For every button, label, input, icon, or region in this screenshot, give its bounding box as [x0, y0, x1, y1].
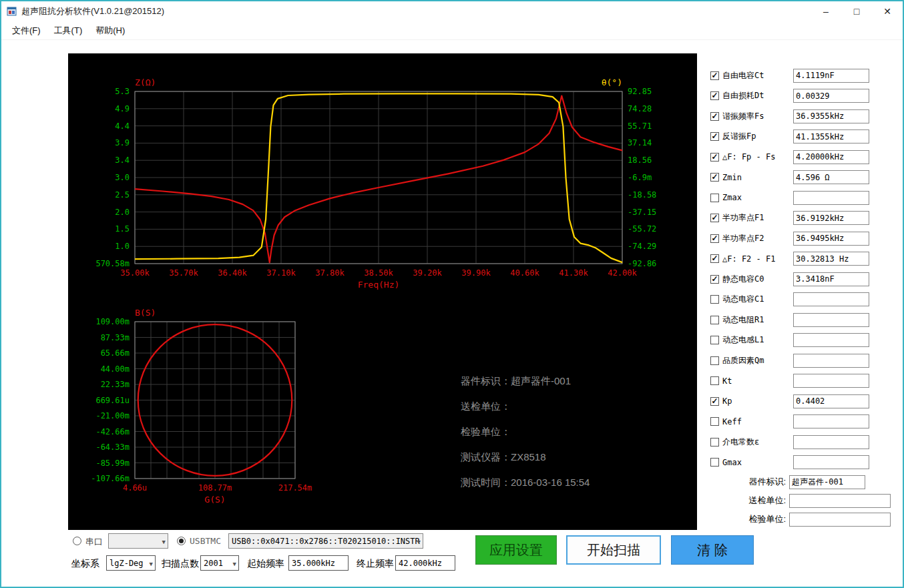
param-value-input[interactable] — [793, 69, 869, 83]
menu-item[interactable]: 帮助(H) — [89, 21, 132, 40]
param-checkbox[interactable]: ✓ — [710, 234, 719, 243]
identity-label: 检验单位: — [710, 513, 789, 525]
param-checkbox[interactable]: ✓ — [710, 112, 719, 121]
start-scan-button[interactable]: 开始扫描 — [566, 535, 661, 565]
param-label: Kt — [722, 376, 732, 386]
param-checkbox[interactable]: ✓ — [710, 275, 719, 284]
svg-text:-74.29: -74.29 — [628, 242, 656, 251]
close-button[interactable]: ✕ — [872, 1, 903, 21]
admittance-circle-chart: 109.00m87.33m65.66m44.00m22.33m669.61u-2… — [91, 308, 312, 505]
info-line: 器件标识：超声器件-001 — [461, 368, 590, 394]
param-value-input[interactable] — [793, 191, 869, 205]
param-checkbox[interactable] — [710, 194, 719, 202]
param-row: Kt — [710, 371, 869, 392]
param-row: ✓ 半功率点F1 — [710, 208, 869, 229]
usbtmc-address-combo[interactable]: USB0::0x0471::0x2786::T020215010::INSTR … — [228, 533, 423, 549]
identity-input[interactable] — [789, 494, 891, 508]
identity-input[interactable] — [789, 475, 865, 489]
param-row: ✓ 自由损耗Dt — [710, 86, 869, 107]
svg-text:-92.86: -92.86 — [628, 259, 656, 268]
param-label: Zmax — [722, 193, 742, 202]
param-checkbox[interactable] — [710, 316, 719, 324]
stop-freq-input[interactable] — [395, 555, 455, 571]
param-label: Kp — [722, 396, 732, 406]
param-value-input[interactable] — [793, 354, 869, 368]
svg-text:39.20k: 39.20k — [413, 268, 442, 278]
param-value-input[interactable] — [793, 333, 869, 347]
menu-item[interactable]: 工具(T) — [47, 21, 89, 40]
param-label: 介电常数ε — [722, 436, 759, 448]
param-checkbox[interactable] — [710, 356, 719, 365]
start-freq-input[interactable] — [288, 555, 349, 571]
serial-port-combo[interactable]: ▼ — [108, 533, 168, 549]
svg-text:3.4: 3.4 — [115, 156, 130, 165]
param-checkbox[interactable]: ✓ — [710, 397, 719, 406]
maximize-button[interactable]: □ — [841, 1, 872, 21]
param-value-input[interactable] — [793, 313, 869, 327]
clear-button[interactable]: 清除 — [671, 535, 754, 565]
param-value-input[interactable] — [793, 292, 869, 306]
svg-text:109.00m: 109.00m — [95, 317, 130, 326]
start-freq-label: 起始频率 — [247, 558, 284, 570]
menu-item[interactable]: 文件(F) — [5, 21, 47, 40]
param-value-input[interactable] — [793, 150, 869, 164]
param-label: △F: Fp - Fs — [722, 152, 775, 162]
param-checkbox[interactable] — [710, 417, 719, 426]
svg-text:1.0: 1.0 — [115, 242, 130, 251]
param-value-input[interactable] — [793, 455, 869, 469]
window-controls: – □ ✕ — [811, 1, 903, 21]
param-checkbox[interactable]: ✓ — [710, 91, 719, 100]
param-value-input[interactable] — [793, 89, 869, 103]
param-checkbox[interactable] — [710, 376, 719, 385]
svg-text:θ(°): θ(°) — [602, 77, 622, 87]
param-value-input[interactable] — [793, 394, 869, 408]
param-value-input[interactable] — [793, 272, 869, 286]
serial-radio[interactable] — [73, 537, 81, 545]
param-label: 谐振频率Fs — [722, 111, 764, 122]
param-checkbox[interactable]: ✓ — [710, 214, 719, 222]
scan-points-label: 扫描点数 — [162, 558, 199, 570]
param-value-input[interactable] — [793, 414, 869, 428]
param-checkbox[interactable]: ✓ — [710, 153, 719, 162]
param-value-input[interactable] — [793, 170, 869, 184]
param-value-input[interactable] — [793, 232, 869, 246]
info-line: 测试仪器：ZX8518 — [461, 445, 590, 470]
svg-text:4.66u: 4.66u — [123, 483, 147, 493]
param-value-input[interactable] — [793, 211, 869, 225]
check-icon: ✓ — [711, 214, 718, 222]
identity-input[interactable] — [789, 513, 891, 527]
check-icon: ✓ — [711, 92, 718, 99]
param-value-input[interactable] — [793, 435, 869, 449]
apply-settings-button[interactable]: 应用设置 — [475, 535, 557, 565]
svg-text:-6.9m: -6.9m — [628, 173, 652, 182]
measurement-info-overlay: 器件标识：超声器件-001送检单位：检验单位：测试仪器：ZX8518测试时间：2… — [461, 368, 590, 495]
scan-points-combo[interactable]: 2001 ▼ — [200, 555, 239, 571]
check-icon: ✓ — [711, 174, 718, 181]
param-value-input[interactable] — [793, 374, 869, 388]
param-label: 反谐振Fp — [722, 131, 756, 142]
param-checkbox[interactable] — [710, 336, 719, 344]
param-checkbox[interactable] — [710, 458, 719, 467]
param-value-input[interactable] — [793, 129, 869, 143]
svg-text:37.80k: 37.80k — [315, 268, 345, 278]
minimize-button[interactable]: – — [811, 1, 841, 21]
usbtmc-radio[interactable] — [177, 537, 186, 545]
svg-text:Z(Ω): Z(Ω) — [135, 77, 156, 87]
svg-text:570.58m: 570.58m — [95, 259, 130, 268]
check-icon: ✓ — [711, 276, 718, 283]
param-row: 介电常数ε — [710, 432, 869, 453]
svg-text:-21.00m: -21.00m — [95, 411, 130, 420]
svg-text:-37.15: -37.15 — [628, 208, 656, 217]
info-line: 测试时间：2016-03-16 15:54 — [461, 470, 590, 495]
param-value-input[interactable] — [793, 109, 869, 123]
param-checkbox[interactable]: ✓ — [710, 254, 719, 263]
coord-system-combo[interactable]: lgZ-Deg ▼ — [106, 555, 156, 571]
param-checkbox[interactable]: ✓ — [710, 173, 719, 182]
param-row: Gmax — [710, 453, 869, 473]
param-checkbox[interactable] — [710, 295, 719, 304]
param-checkbox[interactable]: ✓ — [710, 71, 719, 80]
param-checkbox[interactable] — [710, 438, 719, 447]
param-checkbox[interactable]: ✓ — [710, 132, 719, 141]
svg-text:35.70k: 35.70k — [169, 268, 198, 278]
param-value-input[interactable] — [793, 252, 869, 266]
